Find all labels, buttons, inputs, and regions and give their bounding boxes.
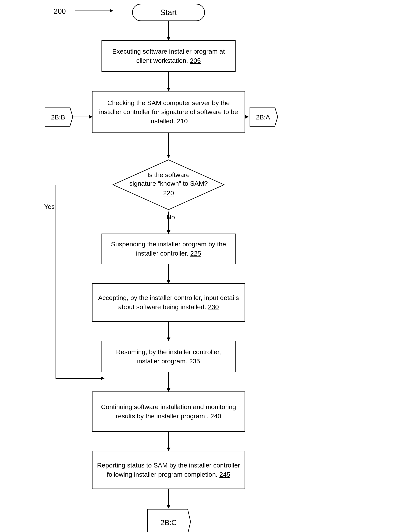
- arrow-205-to-210: [168, 72, 169, 91]
- yes-line-v: [56, 185, 56, 378]
- node-210-text: Checking the SAM computer server by the …: [99, 99, 238, 125]
- node-205-text: Executing software installer program at …: [112, 48, 225, 64]
- start-label: Start: [160, 8, 177, 17]
- yes-label: Yes: [44, 203, 55, 210]
- node-245-ref: 245: [219, 471, 230, 478]
- node-220-shape: Is the software signature “known” to SAM…: [111, 158, 226, 212]
- node-240: Continuing software installation and mon…: [92, 391, 245, 432]
- arrow-210-to-2ba: [245, 116, 248, 117]
- node-235-ref: 235: [189, 357, 200, 365]
- node-230: Accepting, by the installer controller, …: [92, 283, 245, 322]
- svg-text:Is the software: Is the software: [147, 171, 190, 178]
- arrow-220-no-to-225: [168, 212, 169, 233]
- svg-text:220: 220: [163, 189, 174, 197]
- node-235: Resuming, by the installer controller, i…: [101, 341, 236, 372]
- start-node: Start: [132, 4, 205, 21]
- node-235-text: Resuming, by the installer controller, i…: [116, 348, 221, 365]
- arrow-210-to-220: [168, 133, 169, 158]
- arrow-2bb-to-210: [73, 116, 93, 117]
- node-225-ref: 225: [190, 250, 201, 257]
- node-230-ref: 230: [208, 303, 219, 311]
- node-210: Checking the SAM computer server by the …: [92, 91, 245, 133]
- arrow-225-to-230: [168, 264, 169, 283]
- svg-text:signature “known” to SAM?: signature “known” to SAM?: [129, 180, 208, 187]
- connector-2ba-shape: 2B:A: [248, 106, 279, 127]
- reference-200: 200: [54, 7, 66, 16]
- node-240-ref: 240: [210, 412, 221, 420]
- arrow-200: [75, 11, 113, 11]
- arrow-230-to-235: [168, 322, 169, 341]
- node-220: Is the software signature “known” to SAM…: [111, 158, 226, 212]
- yes-arrow-to-240: [56, 378, 104, 379]
- connector-2bb-shape: 2B:B: [43, 106, 74, 127]
- diagram-container: 200 Start Executing software installer p…: [0, 0, 397, 532]
- node-205: Executing software installer program at …: [101, 40, 236, 72]
- node-245-text: Reporting status to SAM by the installer…: [97, 462, 240, 478]
- connector-2bb-text: 2B:B: [51, 114, 65, 121]
- connector-2bc: 2B:C: [146, 508, 192, 532]
- yes-line-h1: [56, 185, 113, 185]
- connector-2ba: 2B:A: [248, 106, 279, 128]
- connector-2bb: 2B:B: [43, 106, 74, 128]
- node-225: Suspending the installer program by the …: [101, 233, 236, 264]
- arrow-245-to-2bc: [168, 489, 169, 508]
- node-205-ref: 205: [190, 57, 201, 64]
- node-210-ref: 210: [177, 117, 188, 125]
- connector-2bc-shape: 2B:C: [146, 508, 192, 532]
- arrow-235-to-240: [168, 372, 169, 391]
- node-245: Reporting status to SAM by the installer…: [92, 451, 245, 489]
- connector-2bc-text: 2B:C: [161, 519, 177, 527]
- node-225-text: Suspending the installer program by the …: [111, 240, 226, 257]
- arrow-start-to-205: [168, 21, 169, 40]
- no-label: No: [167, 214, 175, 221]
- arrow-240-to-245: [168, 432, 169, 451]
- connector-2ba-text: 2B:A: [256, 114, 270, 121]
